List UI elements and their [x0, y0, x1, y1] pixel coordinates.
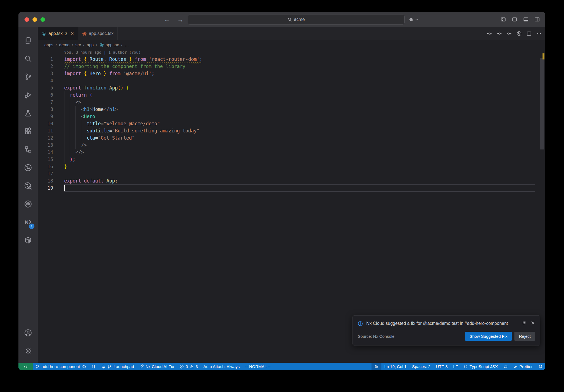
activity-settings-gear-icon[interactable]	[18, 342, 38, 360]
code-line-14[interactable]: 14 </>	[38, 149, 545, 156]
line-number: 4	[38, 77, 64, 84]
breadcrumb-item-app[interactable]: app	[87, 42, 94, 47]
split-editor-icon[interactable]	[527, 31, 532, 36]
copilot-menu[interactable]	[409, 17, 419, 22]
gitlens-prev-change-icon[interactable]	[487, 31, 492, 36]
activity-extensions-icon[interactable]	[18, 122, 38, 140]
code-line-4[interactable]: 4	[38, 77, 545, 84]
status-git-branch[interactable]: add-hero-component	[33, 363, 89, 370]
gitlens-next-change-icon[interactable]	[507, 31, 512, 36]
status-remote-indicator[interactable]	[18, 363, 33, 370]
code-line-12[interactable]: 12 cta="Get Started"	[38, 134, 545, 141]
activity-source-control-icon[interactable]	[18, 68, 38, 86]
status-language-mode[interactable]: TypeScript JSX	[461, 363, 501, 370]
code-line-9[interactable]: 9 <Hero	[38, 113, 545, 120]
nx-badge: 1	[29, 224, 34, 229]
toggle-secondary-sidebar-icon[interactable]	[535, 17, 540, 22]
line-number: 7	[38, 99, 64, 106]
remote-icon	[23, 364, 28, 369]
overview-ruler-warning-mark	[543, 53, 544, 59]
status-git-graph[interactable]	[89, 363, 99, 370]
status-cursor-position[interactable]: Ln 19, Col 1	[381, 363, 409, 370]
activity-account-icon[interactable]	[18, 324, 38, 342]
status-eol[interactable]: LF	[451, 363, 461, 370]
line-content: <h1>Home</h1>	[64, 106, 545, 113]
maximize-window-button[interactable]	[40, 17, 45, 22]
status-copilot-status[interactable]	[501, 363, 511, 370]
activity-container-tools-icon[interactable]	[18, 231, 38, 249]
double-check-icon	[513, 364, 518, 369]
activity-search-icon[interactable]	[18, 50, 38, 68]
status-notifications[interactable]	[535, 363, 545, 370]
bell-dot-icon	[538, 364, 543, 369]
text-cursor	[64, 185, 65, 191]
status-formatter[interactable]: Prettier	[511, 363, 535, 370]
breadcrumb-separator: ›	[72, 42, 73, 47]
code-line-13[interactable]: 13 />	[38, 141, 545, 149]
gitlens-annotate-icon[interactable]	[497, 31, 502, 36]
toggle-sidebar-icon[interactable]	[512, 17, 517, 22]
toast-settings-gear-icon[interactable]	[522, 321, 526, 325]
code-line-15[interactable]: 15 );	[38, 156, 545, 163]
minimize-window-button[interactable]	[32, 17, 37, 22]
info-icon	[358, 320, 363, 327]
code-line-19[interactable]: 19	[38, 184, 545, 192]
code-line-1[interactable]: 1import { Route, Routes } from 'react-ro…	[38, 56, 545, 63]
gitlens-graph-icon[interactable]	[517, 31, 522, 36]
search-icon	[24, 55, 32, 62]
tab-app-spec-tsx[interactable]: app.spec.tsx	[78, 27, 118, 40]
command-center-search[interactable]: acme	[188, 15, 405, 24]
code-line-18[interactable]: 18export default App;	[38, 177, 545, 184]
activity-hierarchy-icon[interactable]	[18, 140, 38, 159]
activity-nx-console-icon[interactable]: N1	[18, 213, 38, 231]
activity-testing-icon[interactable]	[18, 104, 38, 122]
show-suggested-fix-button[interactable]: Show Suggested Fix	[465, 332, 512, 341]
code-line-7[interactable]: 7 <>	[38, 99, 545, 106]
status-zoom-indicator[interactable]	[372, 363, 381, 370]
code-line-17[interactable]: 17	[38, 170, 545, 177]
status-nx-cloud-ai-fix[interactable]: Nx Cloud AI Fix	[137, 363, 177, 370]
title-bar: ← → acme	[18, 12, 545, 27]
line-number: 12	[38, 134, 64, 141]
customize-layout-icon[interactable]	[501, 17, 506, 22]
status-vim-mode[interactable]: -- NORMAL --	[242, 363, 273, 370]
activity-gitlens-inspect-icon[interactable]	[18, 177, 38, 195]
close-window-button[interactable]	[25, 17, 29, 22]
status-encoding[interactable]: UTF-8	[433, 363, 451, 370]
nav-back-button[interactable]: ←	[164, 16, 170, 23]
toggle-panel-icon[interactable]	[523, 17, 528, 22]
code-line-6[interactable]: 6 return (	[38, 91, 545, 99]
status-text: add-hero-component	[42, 364, 80, 369]
activity-explorer-icon[interactable]	[18, 31, 38, 50]
status-auto-attach[interactable]: Auto Attach: Always	[201, 363, 243, 370]
activity-edge-tools-icon[interactable]	[18, 195, 38, 213]
breadcrumb-item-apps[interactable]: apps	[44, 42, 53, 47]
tab-app-tsx[interactable]: app.tsx 3 ✕	[38, 27, 78, 40]
activity-run-debug-icon[interactable]	[18, 86, 38, 104]
code-line-10[interactable]: 10 title="Welcmoe @acme/demo"	[38, 120, 545, 127]
code-line-16[interactable]: 16}	[38, 163, 545, 170]
breadcrumb-item-[interactable]: …	[125, 42, 129, 47]
code-line-8[interactable]: 8 <h1>Home</h1>	[38, 106, 545, 113]
status-problems[interactable]: 03	[177, 363, 201, 370]
breadcrumb-item-demo[interactable]: demo	[59, 42, 70, 47]
status-indentation[interactable]: Spaces: 2	[409, 363, 433, 370]
code-line-2[interactable]: 2// importing the component from the lib…	[38, 63, 545, 70]
toast-close-icon[interactable]	[531, 321, 535, 325]
status-launchpad[interactable]: Launchpad	[99, 363, 137, 370]
close-tab-icon[interactable]: ✕	[70, 31, 74, 36]
code-line-3[interactable]: 3import { Hero } from '@acme/ui';	[38, 70, 545, 77]
status-text: Prettier	[519, 364, 533, 369]
breadcrumb-item-src[interactable]: src	[75, 42, 81, 47]
scrollbar-thumb[interactable]	[540, 58, 544, 149]
testing-icon	[24, 109, 32, 117]
code-line-11[interactable]: 11 subtitle="Build something amazing tod…	[38, 127, 545, 134]
vertical-scrollbar[interactable]	[539, 49, 545, 363]
more-actions-icon[interactable]	[536, 31, 541, 36]
code-line-5[interactable]: 5export function App() {	[38, 84, 545, 91]
reject-button[interactable]: Reject	[514, 332, 535, 341]
rocket-icon	[101, 364, 106, 369]
nav-forward-button[interactable]: →	[177, 16, 184, 23]
activity-gitlens-icon[interactable]	[18, 159, 38, 177]
breadcrumb-item-apptsx[interactable]: app.tsx	[99, 42, 119, 47]
